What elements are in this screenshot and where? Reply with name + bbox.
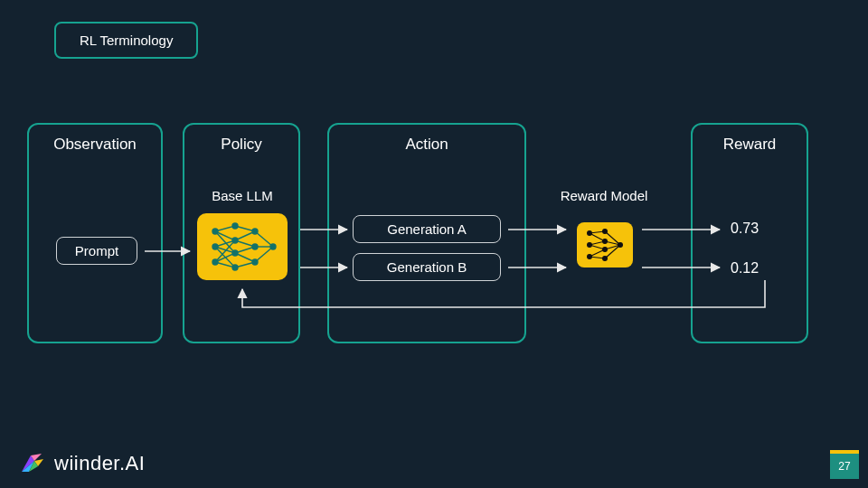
- svg-line-41: [590, 249, 605, 257]
- svg-line-38: [590, 233, 605, 241]
- panel-action-title: Action: [329, 136, 524, 154]
- svg-line-12: [215, 231, 235, 240]
- reward-value-a: 0.73: [731, 221, 759, 237]
- svg-line-25: [235, 262, 255, 267]
- svg-line-26: [255, 231, 273, 247]
- panel-policy-title: Policy: [184, 136, 298, 154]
- prompt-label: Prompt: [75, 243, 118, 258]
- title-tag: RL Terminology: [54, 22, 198, 59]
- page-number-box: 27: [830, 450, 859, 479]
- hummingbird-icon: [16, 450, 47, 477]
- reward-model-label: Reward Model: [550, 188, 658, 203]
- neural-net-icon: [197, 213, 288, 280]
- svg-line-22: [235, 240, 255, 247]
- generation-a-box: Generation A: [353, 215, 501, 243]
- page-number: 27: [838, 460, 850, 473]
- svg-line-23: [235, 247, 255, 253]
- generation-b-label: Generation B: [387, 259, 467, 275]
- brand-name: wiinder.AI: [54, 452, 145, 475]
- svg-line-28: [255, 247, 273, 262]
- generation-b-box: Generation B: [353, 253, 501, 281]
- prompt-box: Prompt: [56, 237, 137, 265]
- svg-line-39: [590, 241, 605, 245]
- svg-line-17: [215, 253, 235, 262]
- title-tag-label: RL Terminology: [80, 33, 173, 48]
- panel-observation-title: Observation: [29, 136, 161, 154]
- svg-line-24: [235, 253, 255, 262]
- panel-observation: Observation: [27, 123, 163, 343]
- panel-reward-title: Reward: [693, 136, 807, 154]
- svg-line-20: [235, 226, 255, 231]
- base-llm-label: Base LLM: [197, 188, 288, 203]
- reward-model-icon: [577, 222, 633, 267]
- reward-net-icon: [577, 222, 633, 267]
- svg-line-11: [215, 226, 235, 231]
- svg-line-21: [235, 231, 255, 240]
- base-llm-icon: [197, 213, 288, 280]
- reward-value-b: 0.12: [731, 260, 759, 277]
- svg-line-40: [590, 245, 605, 249]
- brand-logo: wiinder.AI: [16, 450, 145, 477]
- generation-a-label: Generation A: [387, 221, 467, 237]
